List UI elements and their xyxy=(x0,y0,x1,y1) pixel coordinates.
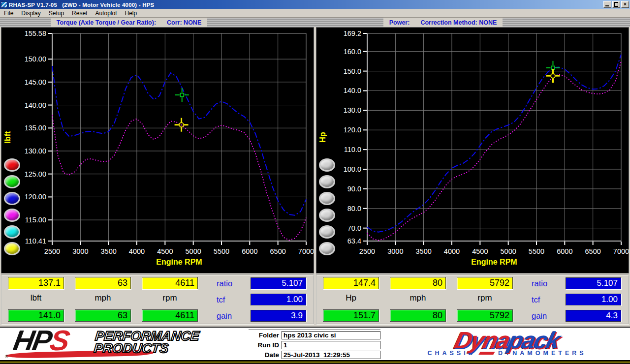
run-button-gray3[interactable] xyxy=(319,192,335,205)
run-button-yellow[interactable] xyxy=(4,242,20,255)
run-button-gray1[interactable] xyxy=(319,158,335,172)
x-tick-label: 2500 xyxy=(359,247,375,255)
menu-item-display[interactable]: Display xyxy=(17,9,44,17)
run-button-gray5[interactable] xyxy=(319,225,335,239)
run-button-gray6[interactable] xyxy=(319,242,335,255)
date-input[interactable] xyxy=(282,351,380,359)
run-button-magenta[interactable] xyxy=(4,209,20,222)
power-cursor2-value: 151.7 xyxy=(323,309,379,322)
torque-cursor2-value: 141.0 xyxy=(8,309,64,322)
torque-correction-label: Corr: NONE xyxy=(167,19,201,26)
x-tick-label: 3000 xyxy=(72,247,88,255)
y-tick-label: 120.0 xyxy=(344,126,361,134)
torque-chart-panel: 155.58150.00145.00140.00135.00130.00125.… xyxy=(1,27,314,273)
folder-label: Folder xyxy=(249,332,279,339)
y-tick-label: 90.0 xyxy=(347,185,361,193)
y-axis-title: Hp xyxy=(318,132,327,143)
x-tick-label: 4500 xyxy=(157,247,173,255)
minimize-icon xyxy=(605,5,609,6)
x-tick-label: 4500 xyxy=(472,247,488,255)
cursor-square[interactable] xyxy=(175,88,189,102)
x-tick-label: 3500 xyxy=(101,247,117,255)
readouts-row: 137.1 63 4611 lbft mph rpm 141.0 63 4611… xyxy=(0,273,630,325)
run-button-cyan[interactable] xyxy=(4,225,20,239)
rpm-cursor2-value: 5792 xyxy=(457,309,513,322)
menu-item-autoplot[interactable]: Autoplot xyxy=(91,9,121,17)
hps-logo: HPS ® PERFORMANCE PRODUCTS xyxy=(5,329,236,360)
run-button-blue[interactable] xyxy=(4,192,20,205)
y-tick-label: 80.0 xyxy=(347,205,361,212)
torque-chart-svg: 155.58150.00145.00140.00135.00130.00125.… xyxy=(1,28,314,273)
series-power-run-1 xyxy=(367,61,621,241)
run-id-label: Run ID xyxy=(249,341,279,349)
rpm-unit-label: rpm xyxy=(142,293,198,303)
ratio-label: ratio xyxy=(532,279,547,288)
folder-input[interactable] xyxy=(282,331,380,339)
speed-unit-label: mph xyxy=(75,293,131,303)
y-tick-label: 140.00 xyxy=(25,101,46,109)
run-button-green[interactable] xyxy=(4,175,20,188)
tcf-value: 1.00 xyxy=(566,294,621,305)
y-tick-label: 135.00 xyxy=(25,124,46,132)
y-tick-label: 120.00 xyxy=(25,193,46,201)
run-id-input[interactable] xyxy=(282,341,380,349)
y-tick-label: 140.0 xyxy=(344,87,361,94)
y-tick-label: 70.0 xyxy=(347,224,361,232)
run-info-fields: Folder Run ID Date xyxy=(249,329,380,361)
x-tick-label: 6500 xyxy=(270,247,286,255)
menu-item-file[interactable]: File xyxy=(0,9,17,17)
power-run-buttons xyxy=(319,158,335,255)
ratio-value: 5.107 xyxy=(566,277,621,289)
titlebar: RHAS-SP V1.7-05 (2WD - Motor Vehicle 400… xyxy=(0,0,630,9)
gain-label: gain xyxy=(532,311,547,321)
axes: 155.58150.00145.00140.00135.00130.00125.… xyxy=(3,30,314,266)
speed-cursor2-value: 63 xyxy=(75,309,131,322)
y-tick-label: 150.00 xyxy=(25,55,46,63)
x-tick-label: 4000 xyxy=(444,247,460,255)
restore-icon xyxy=(614,2,618,6)
hps-hp-text: HP xyxy=(11,324,53,356)
restore-button[interactable] xyxy=(612,1,620,8)
y-tick-label: 155.58 xyxy=(25,30,46,37)
menu-item-setup[interactable]: Setup xyxy=(45,9,68,17)
close-button[interactable]: × xyxy=(621,1,629,8)
dynapack-dyna-text: Dyna xyxy=(452,327,512,353)
x-tick-label: 7000 xyxy=(298,247,314,255)
y-tick-label: 63.4 xyxy=(347,237,361,245)
menu-item-help[interactable]: Help xyxy=(121,9,141,17)
run-button-gray2[interactable] xyxy=(319,175,335,188)
power-cursor1-value: 147.4 xyxy=(323,277,379,289)
x-tick-label: 6000 xyxy=(242,247,257,255)
power-chart-svg: 169.2160.0150.0140.0130.0120.0110.0100.0… xyxy=(316,28,629,273)
x-tick-label: 3000 xyxy=(387,247,403,255)
torque-run-buttons xyxy=(4,158,20,255)
speed-cursor2-value: 80 xyxy=(390,309,446,322)
run-button-red[interactable] xyxy=(4,158,20,172)
gain-label: gain xyxy=(217,311,232,321)
ratio-value: 5.107 xyxy=(251,277,306,289)
x-tick-label: 4000 xyxy=(129,247,145,255)
y-tick-label: 145.00 xyxy=(25,78,46,86)
gridlines xyxy=(367,33,621,241)
y-axis-title: lbft xyxy=(3,131,12,144)
run-button-gray4[interactable] xyxy=(319,209,335,222)
torque-readout-panel: 137.1 63 4611 lbft mph rpm 141.0 63 4611… xyxy=(1,274,314,325)
footer: HPS ® PERFORMANCE PRODUCTS Folder Run ID… xyxy=(0,327,630,360)
rpm-cursor1-value: 5792 xyxy=(457,277,513,289)
tcf-label: tcf xyxy=(217,295,225,304)
minimize-button[interactable] xyxy=(603,1,611,8)
x-tick-label: 5500 xyxy=(214,247,229,255)
power-unit-label: Hp xyxy=(323,293,379,303)
x-axis-title: Engine RPM xyxy=(156,258,202,266)
rpm-cursor1-value: 4611 xyxy=(142,277,198,289)
app-icon xyxy=(1,1,7,8)
x-axis-title: Engine RPM xyxy=(471,258,517,266)
gain-value: 4.3 xyxy=(566,310,621,322)
torque-unit-label: lbft xyxy=(8,293,64,303)
dynapack-pack-text: pack xyxy=(506,327,563,353)
series-torque-run-1 xyxy=(52,115,306,240)
tcf-label: tcf xyxy=(532,295,540,304)
power-chart-panel: 169.2160.0150.0140.0130.0120.0110.0100.0… xyxy=(316,27,629,273)
menu-item-reset[interactable]: Reset xyxy=(68,9,91,17)
ratio-label: ratio xyxy=(217,279,232,288)
